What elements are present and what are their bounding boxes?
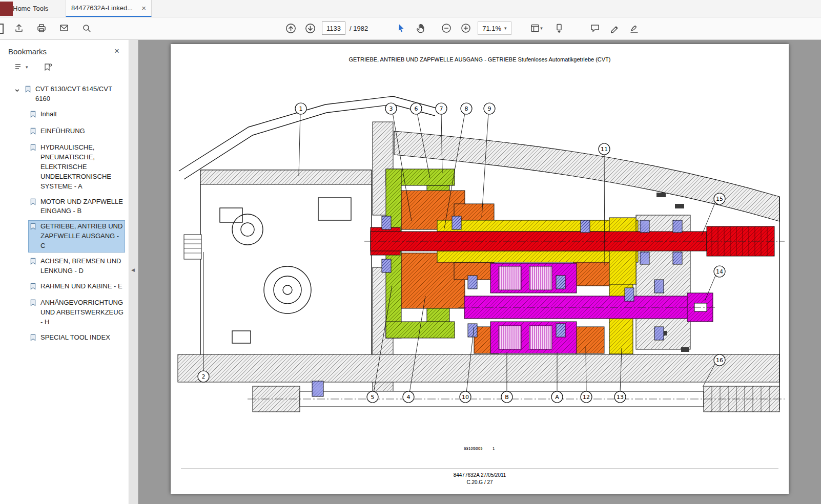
toolbar-file-group [11,20,94,36]
plus-circle-icon [461,23,471,33]
printer-icon [36,23,47,33]
cursor-arrow-icon [396,23,406,33]
bookmark-item-label: CVT 6130/CVT 6145/CVT 6160 [35,85,124,104]
zoom-in-button[interactable] [458,20,474,36]
bookmark-item[interactable]: HYDRAULISCHE, PNEUMATISCHE, ELEKTRISCHE … [29,142,125,192]
select-tool-button[interactable] [394,20,409,36]
envelope-icon [59,23,69,33]
page-display-menu-button[interactable]: ▾ [526,20,547,36]
acrobat-logo [0,2,13,16]
svg-text:11: 11 [601,146,608,153]
chevron-down-icon: ▾ [540,26,543,31]
scrolling-mode-button[interactable] [551,20,567,36]
close-panel-icon[interactable]: × [114,46,119,56]
highlight-button[interactable] [607,20,622,36]
page-footer: 84477632A 27/05/2011 C.20.G / 27 [181,469,778,486]
arrow-down-circle-icon [305,23,316,34]
fill-sign-button[interactable] [626,20,642,36]
bookmark-item[interactable]: RAHMEN UND KABINE - E [29,281,125,294]
previous-page-button[interactable] [283,20,298,36]
svg-text:12: 12 [583,394,590,401]
pdf-page: GETRIEBE, ANTRIEB UND ZAPFWELLE AUSGANG … [171,44,789,494]
svg-text:10: 10 [462,394,469,401]
page-layout-icon [530,23,540,33]
list-options-icon [14,63,24,71]
page-title: GETRIEBE, ANTRIEB UND ZAPFWELLE AUSGANG … [171,56,789,62]
svg-text:2: 2 [202,373,206,380]
chevron-down-icon[interactable] [14,87,20,96]
minus-circle-icon [441,23,451,33]
callout-4: 4 [403,296,425,403]
upload-icon [14,23,24,33]
bookmark-item-root[interactable]: CVT 6130/CVT 6145/CVT 6160 [13,83,125,105]
comment-button[interactable] [587,20,603,36]
figure-code: SS10G005 [464,447,483,451]
section-page-code: C.20.G / 27 [181,479,778,486]
chevron-down-icon: ▾ [504,26,507,31]
bookmark-icon [30,223,36,233]
bookmark-icon [30,198,36,208]
close-document-icon[interactable]: × [141,4,146,12]
bookmark-icon [25,86,31,96]
bookmarks-panel-title: Bookmarks [8,47,47,56]
hand-tool-button[interactable] [413,20,428,36]
svg-text:14: 14 [716,268,723,275]
speech-bubble-icon [590,23,600,33]
toolbar-page-group: / 1982 71.1% ▾ ▾ [283,20,642,36]
zoom-out-button[interactable] [439,20,454,36]
tab-tools[interactable]: Tools [30,0,51,17]
bookmarks-panel: Bookmarks × ▾ CVT 6130/CVT 6145/CVT 6160… [0,40,129,504]
bookmark-item[interactable]: ACHSEN, BREMSEN UND LENKUNG - D [29,256,125,277]
svg-text:13: 13 [617,394,624,401]
bookmark-item-label: EINFÜHRUNG [40,127,124,136]
share-upload-button[interactable] [11,20,27,36]
bookmark-item-label: MOTOR UND ZAPFWELLE EINGANG - B [40,197,124,217]
bookmark-item-label: HYDRAULISCHE, PNEUMATISCHE, ELEKTRISCHE … [40,143,124,191]
expand-current-bookmark-button[interactable] [44,63,52,71]
print-button[interactable] [34,20,49,36]
svg-text:7: 7 [440,106,443,112]
page-number-input[interactable] [322,22,345,35]
page-count-label: / 1982 [350,25,368,32]
bookmark-item[interactable]: Inhalt [29,109,125,122]
bookmark-item-label: SPECIAL TOOL INDEX [40,333,124,343]
new-bookmark-icon [44,63,52,71]
document-number: 84477632A 27/05/2011 [181,472,778,479]
bookmark-item[interactable]: MOTOR UND ZAPFWELLE EINGANG - B [29,196,125,218]
bookmark-icon [30,283,36,293]
bookmark-icon [30,111,36,121]
bookmarks-panel-header: Bookmarks × [0,40,129,60]
bookmark-icon [30,128,36,138]
bookmark-icon [30,144,36,154]
search-button[interactable] [79,20,94,36]
svg-text:9: 9 [488,106,491,112]
bookmark-item[interactable]: EINFÜHRUNG [29,125,125,139]
fountain-pen-icon [629,23,639,33]
bookmark-item[interactable]: SPECIAL TOOL INDEX [29,332,125,345]
bookmarks-toolbar: ▾ [14,63,129,71]
bookmark-item-label: GETRIEBE, ANTRIEB UND ZAPFWELLE AUSGANG … [40,222,124,251]
main-toolbar: / 1982 71.1% ▾ ▾ [0,17,821,40]
email-button[interactable] [56,20,72,36]
page-scroll-icon [554,23,564,33]
transmission-cross-section-diagram: 1 2 3 4 5 6 7 8 9 10 11 12 13 14 15 16 A… [171,44,789,494]
svg-text:6: 6 [415,106,418,112]
bookmark-options-button[interactable]: ▾ [14,63,28,71]
bookmarks-tree: CVT 6130/CVT 6145/CVT 6160 Inhalt EINFÜH… [0,83,129,345]
search-icon [81,23,92,33]
bookmark-icon [30,334,36,344]
zoom-level-select[interactable]: 71.1% ▾ [478,22,511,35]
figure-number: 1 [492,447,495,451]
svg-text:3: 3 [389,106,393,112]
document-viewport[interactable]: GETRIEBE, ANTRIEB UND ZAPFWELLE AUSGANG … [138,40,821,504]
panel-splitter[interactable]: ◀ [129,40,138,504]
collapse-panel-icon[interactable]: ◀ [131,267,135,272]
bookmark-item[interactable]: ANHÄNGEVORRICHTUNG UND ARBEITSWERKZEUG -… [29,297,125,328]
partial-save-icon[interactable] [0,24,4,34]
document-tab-title: 84477632A-Linked... [71,4,133,12]
arrow-up-circle-icon [285,23,296,34]
bookmark-item-selected[interactable]: GETRIEBE, ANTRIEB UND ZAPFWELLE AUSGANG … [29,221,125,252]
tab-document[interactable]: 84477632A-Linked... × [66,0,152,17]
svg-text:16: 16 [716,357,723,364]
next-page-button[interactable] [302,20,318,36]
